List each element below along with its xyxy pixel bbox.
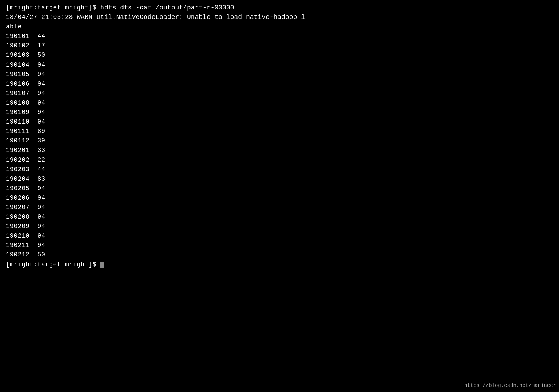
terminal-line: 190205 94 bbox=[6, 184, 553, 193]
terminal-line: [mright:target mright]$ bbox=[6, 260, 553, 269]
terminal-line: 190102 17 bbox=[6, 41, 553, 50]
terminal-line: 190212 50 bbox=[6, 250, 553, 259]
terminal-line: 190103 50 bbox=[6, 50, 553, 60]
terminal-line: 190208 94 bbox=[6, 212, 553, 222]
terminal-line: 190109 94 bbox=[6, 107, 553, 117]
terminal-cursor bbox=[100, 262, 104, 268]
terminal-line: [mright:target mright]$ hdfs dfs -cat /o… bbox=[6, 3, 553, 12]
terminal-line: able bbox=[6, 22, 553, 31]
terminal-line: 190211 94 bbox=[6, 240, 553, 250]
terminal-line: 190206 94 bbox=[6, 193, 553, 203]
terminal-line: 190203 44 bbox=[6, 165, 553, 174]
terminal-line: 190210 94 bbox=[6, 231, 553, 240]
terminal-output: [mright:target mright]$ hdfs dfs -cat /o… bbox=[6, 3, 553, 269]
terminal-line: 18/04/27 21:03:28 WARN util.NativeCodeLo… bbox=[6, 12, 553, 22]
url-watermark: https://blog.csdn.net/maniacer bbox=[464, 382, 556, 389]
terminal-line: 190106 94 bbox=[6, 79, 553, 89]
terminal-line: 190112 39 bbox=[6, 136, 553, 145]
terminal-line: 190207 94 bbox=[6, 203, 553, 212]
terminal-window: [mright:target mright]$ hdfs dfs -cat /o… bbox=[3, 1, 556, 392]
terminal-line: 190111 89 bbox=[6, 126, 553, 136]
terminal-line: 190202 22 bbox=[6, 155, 553, 165]
terminal-line: 190105 94 bbox=[6, 70, 553, 79]
terminal-line: 190104 94 bbox=[6, 60, 553, 70]
terminal-line: 190209 94 bbox=[6, 222, 553, 231]
terminal-line: 190204 83 bbox=[6, 174, 553, 184]
terminal-line: 190110 94 bbox=[6, 117, 553, 126]
terminal-line: 190201 33 bbox=[6, 145, 553, 155]
terminal-line: 190107 94 bbox=[6, 89, 553, 98]
terminal-line: 190108 94 bbox=[6, 98, 553, 107]
terminal-line: 190101 44 bbox=[6, 31, 553, 41]
